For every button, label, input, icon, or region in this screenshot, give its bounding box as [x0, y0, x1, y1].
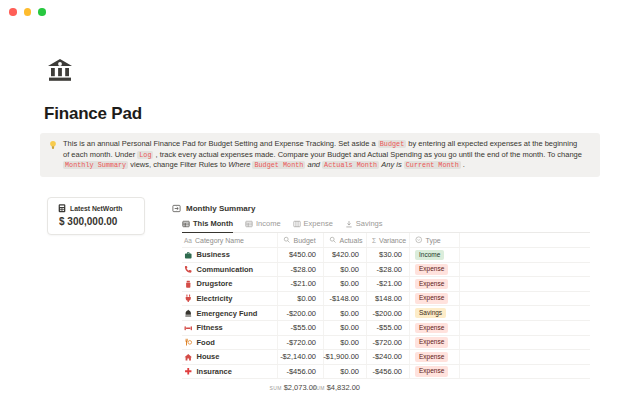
- column-header-actuals[interactable]: Actuals: [324, 233, 367, 247]
- callout-text-segment: and: [307, 160, 320, 169]
- page-title[interactable]: Finance Pad: [44, 104, 142, 124]
- category-cell[interactable]: Drugstore: [182, 277, 278, 291]
- column-header-budget[interactable]: Budget: [278, 233, 324, 247]
- networth-value: $ 300,000.00: [59, 216, 144, 227]
- variance-cell[interactable]: -$720.00: [367, 336, 410, 350]
- minimize-button[interactable]: [24, 8, 32, 16]
- board-view-icon: [293, 220, 301, 228]
- table-row[interactable]: Emergency Fund-$200.00$0.00-$200.00Savin…: [182, 306, 590, 321]
- actuals-cell[interactable]: $0.00: [324, 365, 367, 379]
- category-cell[interactable]: Emergency Fund: [182, 306, 278, 320]
- column-header-type[interactable]: Type: [410, 233, 460, 247]
- actuals-cell[interactable]: $0.00: [324, 277, 367, 291]
- type-cell[interactable]: Expense: [410, 292, 460, 306]
- actuals-cell[interactable]: $0.00: [324, 321, 367, 335]
- summary-table: AaCategory NameBudgetActualsΣVarianceTyp…: [182, 233, 590, 396]
- budget-cell[interactable]: $0.00: [278, 292, 324, 306]
- type-cell[interactable]: Expense: [410, 263, 460, 277]
- category-cell[interactable]: Business: [182, 248, 278, 262]
- type-badge: Expense: [415, 293, 448, 304]
- callout-text-segment: Budget: [378, 140, 406, 148]
- table-row[interactable]: Drugstore-$21.00$0.00-$21.00Expense: [182, 277, 590, 292]
- category-cell[interactable]: Food: [182, 336, 278, 350]
- budget-cell[interactable]: -$28.00: [278, 263, 324, 277]
- callout-text-segment: Actuals Month: [322, 161, 379, 169]
- phone-icon: [184, 265, 193, 274]
- actuals-cell[interactable]: $0.00: [324, 336, 367, 350]
- table-row[interactable]: Electricity$0.00-$148.00$148.00Expense: [182, 292, 590, 307]
- type-badge: Expense: [415, 279, 448, 290]
- budget-cell[interactable]: -$55.00: [278, 321, 324, 335]
- actuals-cell[interactable]: -$148.00: [324, 292, 367, 306]
- table-row[interactable]: Fitness-$55.00$0.00-$55.00Expense: [182, 321, 590, 336]
- summary-title[interactable]: Monthly Summary: [186, 204, 255, 213]
- zoom-button[interactable]: [38, 8, 46, 16]
- category-name: Communication: [197, 265, 254, 274]
- category-name: Fitness: [197, 323, 223, 332]
- tab-income[interactable]: Income: [245, 219, 281, 232]
- category-cell[interactable]: Electricity: [182, 292, 278, 306]
- type-cell[interactable]: Expense: [410, 365, 460, 379]
- download-icon: [345, 220, 353, 228]
- variance-cell[interactable]: -$55.00: [367, 321, 410, 335]
- variance-cell[interactable]: -$21.00: [367, 277, 410, 291]
- type-cell[interactable]: Expense: [410, 277, 460, 291]
- empty-cell: [460, 277, 590, 291]
- column-header-variance[interactable]: ΣVariance: [367, 233, 410, 247]
- budget-cell[interactable]: -$21.00: [278, 277, 324, 291]
- linked-database-icon: [172, 204, 181, 213]
- type-cell[interactable]: Expense: [410, 336, 460, 350]
- type-cell[interactable]: Expense: [410, 350, 460, 364]
- table-row[interactable]: Food-$720.00$0.00-$720.00Expense: [182, 336, 590, 351]
- variance-cell[interactable]: -$28.00: [367, 263, 410, 277]
- type-cell[interactable]: Savings: [410, 306, 460, 320]
- table-row[interactable]: House-$2,140.00-$1,900.00-$240.00Expense: [182, 350, 590, 365]
- dumbbell-icon: [184, 324, 193, 333]
- variance-cell[interactable]: $30.00: [367, 248, 410, 262]
- category-cell[interactable]: Communication: [182, 263, 278, 277]
- budget-cell[interactable]: -$2,140.00: [278, 350, 324, 364]
- variance-cell[interactable]: -$200.00: [367, 306, 410, 320]
- table-row[interactable]: Business$450.00$420.00$30.00Income: [182, 248, 590, 263]
- callout-text-segment: Current Month: [404, 161, 461, 169]
- variance-cell[interactable]: $148.00: [367, 292, 410, 306]
- type-badge: Savings: [415, 308, 446, 319]
- type-cell[interactable]: Expense: [410, 321, 460, 335]
- table-row[interactable]: Insurance-$456.00$0.00-$456.00Expense: [182, 365, 590, 380]
- tab-this-month[interactable]: This Month: [182, 219, 233, 233]
- actuals-cell[interactable]: $0.00: [324, 306, 367, 320]
- tab-label: This Month: [193, 219, 233, 228]
- briefcase-icon: [184, 251, 193, 260]
- variance-cell[interactable]: -$456.00: [367, 365, 410, 379]
- actuals-cell[interactable]: -$1,900.00: [324, 350, 367, 364]
- category-name: Drugstore: [197, 279, 233, 288]
- category-cell[interactable]: Fitness: [182, 321, 278, 335]
- bank-icon[interactable]: [46, 56, 74, 84]
- type-badge: Expense: [415, 352, 448, 363]
- budget-cell[interactable]: -$720.00: [278, 336, 324, 350]
- tab-savings[interactable]: Savings: [345, 219, 383, 232]
- tab-label: Savings: [356, 219, 383, 228]
- category-cell[interactable]: House: [182, 350, 278, 364]
- category-cell[interactable]: Insurance: [182, 365, 278, 379]
- column-header-category-name[interactable]: AaCategory Name: [182, 233, 278, 247]
- tab-expense[interactable]: Expense: [293, 219, 333, 232]
- table-header-row: AaCategory NameBudgetActualsΣVarianceTyp…: [182, 233, 590, 248]
- empty-cell: [460, 248, 590, 262]
- callout-text-segment: Monthly Summary: [63, 161, 128, 169]
- close-button[interactable]: [9, 8, 17, 16]
- actuals-cell[interactable]: $0.00: [324, 263, 367, 277]
- type-badge: Expense: [415, 264, 448, 275]
- variance-cell[interactable]: -$240.00: [367, 350, 410, 364]
- table-row[interactable]: Communication-$28.00$0.00-$28.00Expense: [182, 263, 590, 278]
- budget-cell[interactable]: -$200.00: [278, 306, 324, 320]
- budget-cell[interactable]: -$456.00: [278, 365, 324, 379]
- empty-cell: [460, 263, 590, 277]
- category-name: Emergency Fund: [197, 309, 258, 318]
- callout-text: This is an annual Personal Finance Pad f…: [63, 139, 584, 171]
- actuals-sum[interactable]: Sum $4,832.00: [324, 383, 367, 392]
- type-cell[interactable]: Income: [410, 248, 460, 262]
- actuals-cell[interactable]: $420.00: [324, 248, 367, 262]
- type-badge: Income: [415, 250, 444, 261]
- budget-cell[interactable]: $450.00: [278, 248, 324, 262]
